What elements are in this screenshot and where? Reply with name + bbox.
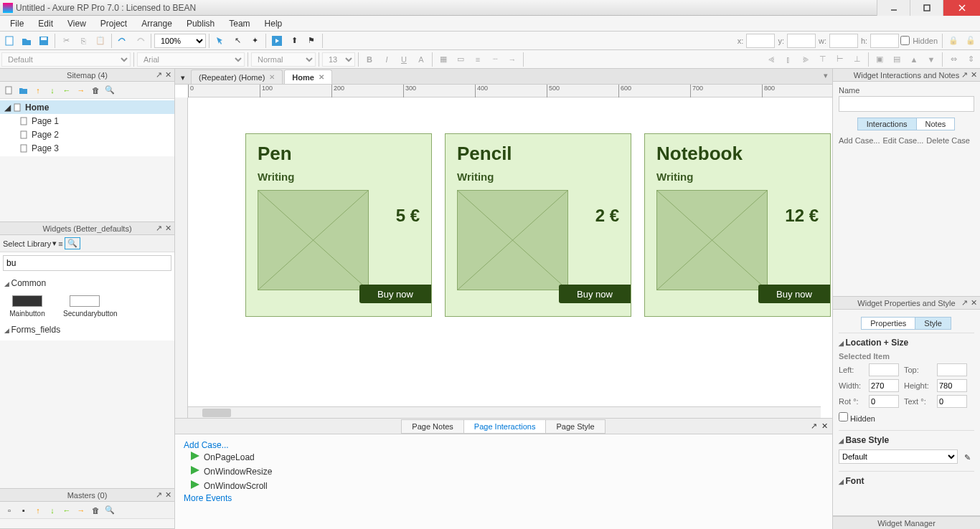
copy-icon[interactable]: ⎘ bbox=[75, 33, 91, 49]
collapse-icon[interactable]: ◢ bbox=[4, 103, 11, 113]
pages-dropdown-icon[interactable]: ▾ bbox=[176, 71, 189, 84]
menu-file[interactable]: File bbox=[3, 16, 31, 31]
buy-now-button[interactable]: Buy now bbox=[758, 285, 830, 303]
master-search-icon[interactable]: 🔍 bbox=[103, 504, 116, 517]
font-select[interactable]: Arial bbox=[137, 52, 245, 67]
search-widgets-icon[interactable]: 🔍 bbox=[65, 237, 80, 249]
line-weight-icon[interactable]: ≡ bbox=[470, 52, 486, 67]
width-input[interactable] bbox=[869, 379, 899, 392]
event-onpageload[interactable]: OnPageLoad bbox=[184, 450, 824, 464]
align-right-icon[interactable]: ⫸ bbox=[798, 52, 814, 67]
popout-icon[interactable]: ↗ bbox=[811, 421, 817, 431]
menu-view[interactable]: View bbox=[60, 16, 93, 31]
master-down-icon[interactable]: ↓ bbox=[46, 504, 59, 517]
tree-home[interactable]: ◢ Home bbox=[0, 100, 174, 114]
save-icon[interactable] bbox=[36, 33, 52, 49]
product-card[interactable]: Pencil Writing 2 € Buy now bbox=[445, 133, 631, 317]
close-panel-icon[interactable]: ✕ bbox=[821, 421, 828, 431]
tab-menu-icon[interactable]: ▾ bbox=[824, 71, 828, 80]
master-left-icon[interactable]: ← bbox=[60, 504, 73, 517]
tab-home[interactable]: Home✕ bbox=[284, 70, 332, 84]
unlock-icon[interactable]: 🔓 bbox=[963, 33, 979, 49]
x-input[interactable] bbox=[746, 34, 775, 48]
menu-project[interactable]: Project bbox=[93, 16, 134, 31]
widget-manager-footer[interactable]: Widget Manager bbox=[833, 516, 980, 529]
add-page-icon[interactable] bbox=[3, 84, 16, 97]
lock-icon[interactable]: 🔒 bbox=[946, 33, 961, 49]
tab-page-interactions[interactable]: Page Interactions bbox=[463, 419, 547, 434]
list-view-icon[interactable]: ≡ bbox=[58, 239, 62, 248]
paste-icon[interactable]: 📋 bbox=[93, 33, 108, 49]
menu-arrange[interactable]: Arrange bbox=[134, 16, 179, 31]
add-case-link[interactable]: Add Case... bbox=[839, 136, 880, 145]
canvas[interactable]: 0 100 200 300 400 500 600 700 800 Pen Wr… bbox=[175, 85, 832, 418]
maximize-button[interactable] bbox=[910, 0, 943, 16]
ungroup-icon[interactable]: ▤ bbox=[889, 52, 905, 67]
italic-icon[interactable]: I bbox=[379, 52, 395, 67]
align-center-icon[interactable]: ⫿ bbox=[781, 52, 796, 67]
delete-page-icon[interactable]: 🗑 bbox=[89, 84, 102, 97]
tab-page-notes[interactable]: Page Notes bbox=[401, 419, 463, 434]
add-master-folder-icon[interactable]: ▪ bbox=[17, 504, 30, 517]
tree-page1[interactable]: Page 1 bbox=[0, 114, 174, 128]
tab-properties[interactable]: Properties bbox=[861, 317, 915, 330]
widget-search-input[interactable] bbox=[3, 255, 171, 271]
tab-notes[interactable]: Notes bbox=[916, 118, 956, 130]
select-mode-icon[interactable] bbox=[212, 33, 228, 49]
dist-v-icon[interactable]: ⇕ bbox=[963, 52, 979, 67]
select-library-label[interactable]: Select Library bbox=[3, 239, 51, 248]
zoom-select[interactable]: 100% bbox=[154, 34, 206, 48]
cut-icon[interactable]: ✂ bbox=[58, 33, 74, 49]
font-header[interactable]: Font bbox=[839, 475, 974, 487]
font-color-icon[interactable]: A bbox=[413, 52, 429, 67]
connect-mode-icon[interactable]: ↖ bbox=[230, 33, 245, 49]
align-middle-icon[interactable]: ⊢ bbox=[832, 52, 848, 67]
dropdown-icon[interactable]: ▾ bbox=[52, 239, 57, 248]
popout-icon[interactable]: ↗ bbox=[156, 224, 162, 233]
outdent-icon[interactable]: ← bbox=[60, 84, 73, 97]
front-icon[interactable]: ▲ bbox=[906, 52, 922, 67]
align-top-icon[interactable]: ⊤ bbox=[815, 52, 831, 67]
edit-style-icon[interactable]: ✎ bbox=[961, 449, 974, 465]
base-style-header[interactable]: Base Style bbox=[839, 434, 974, 447]
close-tab-icon[interactable]: ✕ bbox=[319, 73, 324, 81]
scrollbar-horizontal[interactable] bbox=[188, 406, 821, 418]
share-icon[interactable]: ⬆ bbox=[286, 33, 302, 49]
menu-team[interactable]: Team bbox=[222, 16, 257, 31]
event-onwindowscroll[interactable]: OnWindowScroll bbox=[184, 479, 824, 493]
menu-edit[interactable]: Edit bbox=[31, 16, 60, 31]
add-folder-icon[interactable] bbox=[17, 84, 30, 97]
more-events-link[interactable]: More Events bbox=[184, 493, 232, 503]
hidden-checkbox[interactable] bbox=[900, 36, 910, 45]
close-panel-icon[interactable]: ✕ bbox=[971, 298, 977, 308]
back-icon[interactable]: ▼ bbox=[923, 52, 939, 67]
close-panel-icon[interactable]: ✕ bbox=[165, 224, 171, 233]
w-input[interactable] bbox=[829, 34, 858, 48]
edit-case-link[interactable]: Edit Case... bbox=[882, 136, 923, 145]
top-input[interactable] bbox=[937, 363, 967, 376]
search-sitemap-icon[interactable]: 🔍 bbox=[103, 84, 116, 97]
tree-page3[interactable]: Page 3 bbox=[0, 141, 174, 155]
close-panel-icon[interactable]: ✕ bbox=[165, 70, 171, 80]
popout-icon[interactable]: ↗ bbox=[961, 70, 968, 80]
delete-case-link[interactable]: Delete Case bbox=[926, 136, 970, 145]
point-mode-icon[interactable]: ✦ bbox=[247, 33, 263, 49]
product-card[interactable]: Pen Writing 5 € Buy now bbox=[245, 133, 432, 317]
bold-icon[interactable]: B bbox=[362, 52, 377, 67]
close-panel-icon[interactable]: ✕ bbox=[165, 490, 171, 500]
popout-icon[interactable]: ↗ bbox=[156, 70, 162, 80]
tab-repeater[interactable]: (Repeater) (Home)✕ bbox=[191, 70, 283, 84]
master-up-icon[interactable]: ↑ bbox=[32, 504, 44, 517]
y-input[interactable] bbox=[787, 34, 816, 48]
base-style-select[interactable]: Default bbox=[839, 449, 958, 464]
buy-now-button[interactable]: Buy now bbox=[559, 285, 631, 303]
preview-icon[interactable] bbox=[269, 33, 285, 49]
hidden-checkbox[interactable] bbox=[839, 412, 848, 421]
widget-name-input[interactable] bbox=[839, 96, 974, 112]
add-master-icon[interactable]: ▫ bbox=[3, 504, 16, 517]
tree-page2[interactable]: Page 2 bbox=[0, 128, 174, 141]
underline-icon[interactable]: U bbox=[396, 52, 412, 67]
event-onwindowresize[interactable]: OnWindowResize bbox=[184, 464, 824, 479]
indent-icon[interactable]: → bbox=[75, 84, 88, 97]
widget-mainbutton[interactable]: Mainbutton bbox=[6, 295, 49, 318]
